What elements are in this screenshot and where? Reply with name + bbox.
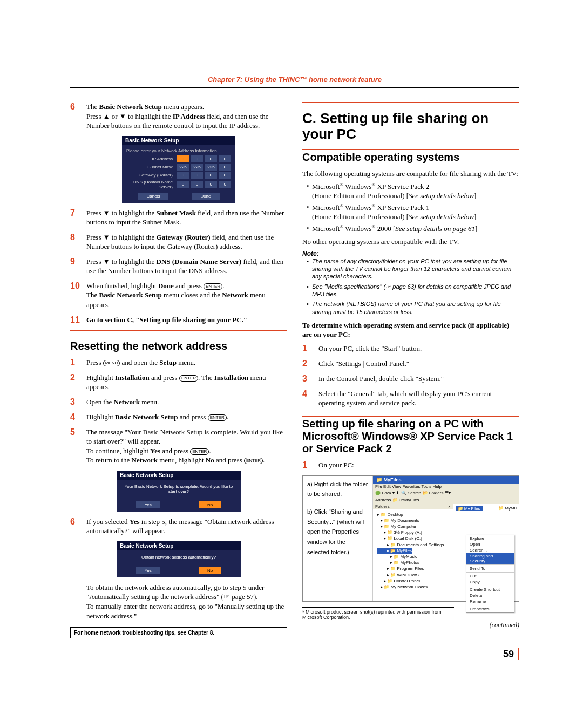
text: Microsoft [312,203,340,212]
step-number: 10 [70,281,81,310]
no-button[interactable]: No [199,567,221,574]
menu-bar[interactable]: File Edit View Favorites Tools Help [373,484,519,489]
text-bold: Basic Network Setup [99,103,161,111]
text: to highlight the [110,257,157,266]
pointer-icon: ☞ [223,593,230,601]
text: Select the "General" tab, which will dis… [318,389,519,408]
text: . [227,413,228,421]
mask-field-2[interactable]: 225 [191,164,203,171]
text: MyFiles [384,477,402,482]
dialog-title: Basic Network Setup [117,541,241,550]
reset-step-3: 3Open the Network menu. [70,397,287,407]
step-number: 1 [302,344,313,353]
yes-button[interactable]: Yes [136,567,160,574]
text: On your PC, click the "Start" button. [318,344,519,353]
setup-sharing-heading: Setting up file sharing on a PC with Mic… [302,418,519,455]
left-column: 6 The Basic Network Setup menu appears. … [70,102,287,638]
windows-explorer-screenshot: a) Right-click the folder to be shared. … [302,475,519,602]
folder-tree[interactable]: ▸ 📁 Desktop▸ 📁 My Documents▸ 📁 My Comput… [373,509,453,601]
context-menu-item[interactable]: Rename [466,598,514,604]
context-menu[interactable]: ExploreOpenSearch...Sharing and Security… [466,535,514,613]
selected-folder[interactable]: 📁 My Files [456,506,483,511]
page-number: 59 [503,649,514,660]
gw-field-4[interactable]: 0 [219,172,231,179]
mask-field-3[interactable]: 225 [205,164,217,171]
step-number: 4 [302,389,313,408]
context-menu-item[interactable]: Copy [466,579,514,585]
mask-field-1[interactable]: 225 [177,164,189,171]
tree-item[interactable]: ▸ 📁 3½ Floppy (A:) [377,529,449,535]
context-menu-item[interactable]: Explore [466,535,514,541]
dialog-title: Basic Network Setup [117,471,241,480]
ip-field-2[interactable]: 0 [191,155,203,162]
tree-item[interactable]: ▸ 📁 Documents and Settings [377,542,449,548]
dns-field-3[interactable]: 0 [205,181,217,188]
troubleshooting-tip-box: For home network troubleshooting tips, s… [70,627,287,638]
context-menu-item[interactable]: Search... [466,547,514,553]
text: Click "Settings | Control Panel." [318,359,519,369]
text: menu. [177,358,195,366]
section-rule [302,149,519,150]
back-button[interactable]: Back [382,491,391,495]
chapter-rule [70,87,519,88]
tree-item[interactable]: ▸ 📁 My Documents [377,518,449,523]
tree-item[interactable]: ▸ 📁 My Computer [377,523,449,529]
folders-button[interactable]: Folders [429,491,444,495]
enter-key-icon: ENTER [208,414,227,421]
done-button[interactable]: Done [192,193,219,200]
yes-button[interactable]: Yes [136,501,160,508]
tree-item[interactable]: ▸ 📁 MyPhotos [377,560,449,566]
dns-field-2[interactable]: 0 [191,181,203,188]
footer-bar-icon [518,648,519,660]
tree-item[interactable]: ▸ 📁 Control Panel [377,578,449,584]
ip-field-3[interactable]: 0 [205,155,217,162]
step-number: 7 [70,208,81,227]
tree-item[interactable]: ▸ 📁 My Network Places [377,584,449,590]
text: See "Media specifications" ( [312,283,385,290]
text: menu. [140,398,159,406]
text: XP Service Pack 2 [375,182,429,190]
tree-item[interactable]: ▸ 📁 Desktop [377,512,449,518]
text: menu, highlight [158,456,206,464]
text-bold: Installation [115,373,150,382]
start-over-dialog: Basic Network Setup Your Basic Network S… [117,471,241,512]
text: When finished, highlight [86,282,158,290]
mask-field-4[interactable]: 0 [219,164,231,171]
text-bold: Network [132,456,158,464]
context-menu-item[interactable]: Properties [466,606,514,612]
gateway-label: Gateway (Router) [126,173,175,178]
ip-field-1[interactable]: 0 [177,155,189,162]
context-menu-item[interactable]: Cut [466,573,514,579]
tree-item[interactable]: ▸ 📁 Local Disk (C:) [377,535,449,541]
tree-item[interactable]: ▸ 📁 MyMusic [377,554,449,560]
text: 2000 [ [375,224,395,233]
tree-item[interactable]: ▸ 📂 MyFiles [377,548,412,554]
text: ] [474,213,476,221]
context-menu-item[interactable]: Create Shortcut [466,587,514,593]
gw-field-3[interactable]: 0 [205,172,217,179]
dns-field-1[interactable]: 0 [177,181,189,188]
dns-field-4[interactable]: 0 [219,181,231,188]
tree-item[interactable]: ▸ 📁 Program Files [377,566,449,571]
step-11: 11Go to section C, "Setting up file shar… [70,315,287,325]
text: Open the [86,398,114,406]
toolbar[interactable]: 🟢 Back ▾ ⬆ 🔍 Search 📂 Folders ☰▾ [373,489,519,496]
tree-item[interactable]: ▸ 📁 WINDOWS [377,572,449,578]
no-button[interactable]: No [199,501,221,508]
context-menu-item[interactable]: Delete [466,593,514,598]
ip-field-4[interactable]: 0 [219,155,231,162]
cancel-button[interactable]: Cancel [138,193,168,200]
text-bold: Installation [214,373,249,382]
gw-field-1[interactable]: 0 [177,172,189,179]
context-menu-item[interactable]: Sharing and Security... [466,553,514,564]
step-number: 1 [70,358,81,368]
address-bar[interactable]: Address 📁 C:\MyFiles [373,496,519,504]
context-menu-item[interactable]: Open [466,541,514,547]
text-bold: Setup [159,358,177,366]
search-button[interactable]: Search [408,491,421,495]
step-number: 3 [302,374,313,384]
gw-field-2[interactable]: 0 [191,172,203,179]
text: to highlight the [110,233,157,241]
context-menu-item[interactable]: Send To [466,566,514,571]
text: To manually enter the network address, g… [86,602,284,620]
